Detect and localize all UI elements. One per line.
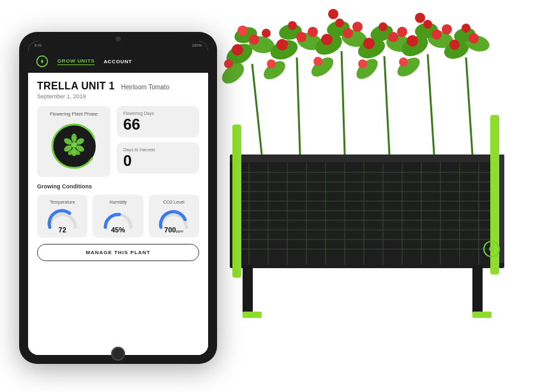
svg-point-74 <box>415 13 425 23</box>
conditions-title: Growing Conditions <box>37 183 199 190</box>
days-harvest-card: Days to Harvest 0 <box>117 142 199 174</box>
flowering-days-label: Flowering Days <box>123 111 193 116</box>
humidity-label: Humidity <box>109 200 126 204</box>
leg-front-left <box>243 265 253 316</box>
small-cards: Flowering Days 66 Days to Harvest 0 <box>117 106 199 177</box>
svg-point-31 <box>237 26 248 36</box>
flowering-days-value: 66 <box>123 117 193 132</box>
svg-point-40 <box>288 21 297 30</box>
humidity-value: 45% <box>111 226 125 234</box>
svg-point-32 <box>224 59 233 68</box>
svg-point-51 <box>313 57 322 66</box>
phase-card: Flowering Plant Phase <box>37 106 110 177</box>
svg-point-49 <box>343 28 353 38</box>
svg-point-47 <box>308 54 336 80</box>
tablet: 9:41 100% GROW UNITS ACCOUNT TRELLA UNIT… <box>19 32 217 364</box>
svg-point-73 <box>442 24 452 34</box>
svg-point-53 <box>328 9 338 19</box>
svg-point-28 <box>232 44 243 56</box>
grow-unit-svg: G <box>179 0 536 370</box>
tablet-home-button[interactable] <box>111 347 125 361</box>
svg-point-70 <box>432 29 442 40</box>
svg-point-59 <box>363 38 375 49</box>
svg-line-54 <box>384 56 389 155</box>
svg-point-72 <box>399 57 408 66</box>
svg-point-62 <box>358 59 367 68</box>
svg-point-48 <box>321 34 333 45</box>
svg-point-68 <box>394 54 423 80</box>
svg-point-42 <box>308 27 318 37</box>
leg-front-right <box>472 265 483 316</box>
svg-point-91 <box>71 142 77 147</box>
co2-gauge: CO2 Level 700ppm <box>149 195 199 237</box>
app-nav: GROW UNITS ACCOUNT <box>28 50 208 73</box>
gauges-row: Temperature 72 Humidity <box>37 195 199 237</box>
cards-row: Flowering Plant Phase <box>37 106 199 177</box>
co2-label: CO2 Level <box>163 200 184 204</box>
svg-point-38 <box>276 39 288 50</box>
grow-unit: G <box>179 0 549 392</box>
scene: G <box>0 0 549 392</box>
humidity-gauge: Humidity 45% <box>93 195 143 237</box>
svg-point-81 <box>462 24 470 33</box>
unit-date: September 1, 2019 <box>37 93 199 100</box>
tray-body <box>230 160 504 268</box>
top-rail <box>230 155 504 162</box>
svg-point-58 <box>353 55 381 82</box>
app-content: TRELLA UNIT 1 Heirloom Tomato September … <box>28 73 208 355</box>
svg-point-79 <box>449 40 460 50</box>
tablet-camera <box>116 36 121 41</box>
logo-text: G <box>489 246 494 253</box>
svg-point-63 <box>397 27 407 37</box>
svg-point-69 <box>407 35 418 47</box>
status-time: 9:41 <box>34 43 42 47</box>
leg-foot-left <box>243 312 262 318</box>
app-logo <box>36 55 49 68</box>
svg-line-23 <box>252 64 262 155</box>
svg-point-41 <box>267 59 276 68</box>
tablet-screen: 9:41 100% GROW UNITS ACCOUNT TRELLA UNIT… <box>28 41 208 355</box>
svg-point-60 <box>388 32 398 42</box>
leg-foot-right <box>472 312 492 318</box>
phase-circle-svg <box>49 121 100 172</box>
svg-point-29 <box>249 34 259 45</box>
days-harvest-value: 0 <box>123 153 193 169</box>
svg-point-39 <box>296 32 306 42</box>
unit-plant-type: Heirloom Tomato <box>121 84 169 91</box>
svg-point-52 <box>352 22 363 32</box>
co2-value: 700ppm <box>164 226 183 234</box>
nav-account[interactable]: ACCOUNT <box>103 59 132 64</box>
flowering-days-card: Flowering Days 66 <box>117 106 199 137</box>
svg-line-75 <box>466 57 472 155</box>
status-battery: 100% <box>192 43 202 47</box>
unit-header: TRELLA UNIT 1 Heirloom Tomato <box>37 80 199 92</box>
temp-label: Temperature <box>50 200 75 204</box>
svg-line-43 <box>342 51 345 155</box>
svg-point-30 <box>262 29 271 38</box>
nav-grow-units[interactable]: GROW UNITS <box>57 58 94 65</box>
svg-point-61 <box>379 22 387 31</box>
conditions-section: Growing Conditions Temperature 72 <box>37 183 199 237</box>
svg-point-71 <box>423 20 432 29</box>
days-harvest-label: Days to Harvest <box>123 147 193 152</box>
svg-point-85 <box>71 134 76 142</box>
svg-point-80 <box>469 33 479 43</box>
temp-value: 72 <box>59 226 66 234</box>
left-trellis <box>232 124 241 278</box>
svg-line-33 <box>297 57 300 155</box>
svg-point-50 <box>335 19 344 27</box>
svg-line-64 <box>428 54 434 155</box>
unit-title: TRELLA UNIT 1 <box>37 80 115 92</box>
plant-1 <box>218 25 276 155</box>
manage-button[interactable]: MANAGE THIS PLANT <box>37 244 199 261</box>
phase-label: Flowering Plant Phase <box>50 111 98 117</box>
status-bar: 9:41 100% <box>28 41 208 50</box>
temperature-gauge: Temperature 72 <box>37 195 87 237</box>
